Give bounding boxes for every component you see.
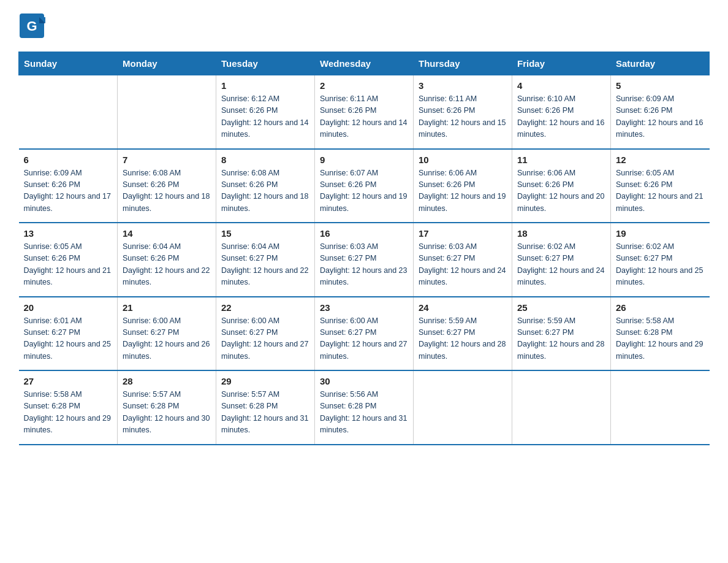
calendar-cell: 26Sunrise: 5:58 AMSunset: 6:28 PMDayligh…	[611, 297, 710, 371]
calendar-cell: 28Sunrise: 5:57 AMSunset: 6:28 PMDayligh…	[118, 370, 216, 445]
calendar-cell: 22Sunrise: 6:00 AMSunset: 6:27 PMDayligh…	[216, 297, 315, 371]
calendar-cell: 8Sunrise: 6:08 AMSunset: 6:26 PMDaylight…	[216, 149, 315, 223]
calendar-cell: 27Sunrise: 5:58 AMSunset: 6:28 PMDayligh…	[19, 370, 118, 445]
calendar-cell: 2Sunrise: 6:11 AMSunset: 6:26 PMDaylight…	[315, 75, 414, 149]
day-number: 21	[123, 302, 211, 313]
day-number: 29	[221, 376, 309, 386]
day-detail: Sunrise: 5:56 AMSunset: 6:28 PMDaylight:…	[320, 389, 408, 437]
col-monday: Monday	[118, 52, 216, 75]
calendar-cell: 14Sunrise: 6:04 AMSunset: 6:26 PMDayligh…	[118, 223, 216, 297]
calendar-cell: 7Sunrise: 6:08 AMSunset: 6:26 PMDaylight…	[118, 149, 216, 223]
calendar-cell	[19, 75, 118, 149]
day-number: 2	[320, 80, 408, 91]
day-number: 11	[517, 155, 605, 165]
calendar-week-row: 13Sunrise: 6:05 AMSunset: 6:26 PMDayligh…	[19, 223, 710, 297]
calendar-table: Sunday Monday Tuesday Wednesday Thursday…	[18, 52, 710, 445]
calendar-header-row: Sunday Monday Tuesday Wednesday Thursday…	[19, 52, 710, 75]
calendar-cell: 18Sunrise: 6:02 AMSunset: 6:27 PMDayligh…	[512, 223, 611, 297]
day-number: 1	[221, 80, 309, 91]
calendar-cell: 3Sunrise: 6:11 AMSunset: 6:26 PMDaylight…	[414, 75, 512, 149]
calendar-cell: 13Sunrise: 6:05 AMSunset: 6:26 PMDayligh…	[19, 223, 118, 297]
day-number: 16	[320, 228, 408, 239]
day-number: 28	[123, 376, 211, 386]
calendar-cell: 10Sunrise: 6:06 AMSunset: 6:26 PMDayligh…	[414, 149, 512, 223]
calendar-week-row: 1Sunrise: 6:12 AMSunset: 6:26 PMDaylight…	[19, 75, 710, 149]
day-detail: Sunrise: 6:08 AMSunset: 6:26 PMDaylight:…	[221, 167, 309, 215]
calendar-cell: 9Sunrise: 6:07 AMSunset: 6:26 PMDaylight…	[315, 149, 414, 223]
page-header: G	[18, 12, 710, 39]
col-sunday: Sunday	[19, 52, 118, 75]
day-detail: Sunrise: 6:04 AMSunset: 6:27 PMDaylight:…	[221, 241, 309, 289]
calendar-cell: 25Sunrise: 5:59 AMSunset: 6:27 PMDayligh…	[512, 297, 611, 371]
day-number: 12	[616, 155, 705, 165]
day-detail: Sunrise: 6:05 AMSunset: 6:26 PMDaylight:…	[616, 167, 705, 215]
col-tuesday: Tuesday	[216, 52, 315, 75]
day-number: 30	[320, 376, 408, 386]
col-thursday: Thursday	[414, 52, 512, 75]
calendar-cell	[118, 75, 216, 149]
calendar-cell: 20Sunrise: 6:01 AMSunset: 6:27 PMDayligh…	[19, 297, 118, 371]
day-detail: Sunrise: 5:57 AMSunset: 6:28 PMDaylight:…	[123, 389, 211, 437]
day-detail: Sunrise: 6:03 AMSunset: 6:27 PMDaylight:…	[419, 241, 507, 289]
calendar-cell: 12Sunrise: 6:05 AMSunset: 6:26 PMDayligh…	[611, 149, 710, 223]
day-number: 23	[320, 302, 408, 313]
day-number: 24	[419, 302, 507, 313]
logo-icon: G	[18, 12, 45, 39]
day-detail: Sunrise: 6:01 AMSunset: 6:27 PMDaylight:…	[24, 315, 113, 363]
day-number: 25	[517, 302, 605, 313]
day-number: 20	[24, 302, 113, 313]
day-detail: Sunrise: 6:03 AMSunset: 6:27 PMDaylight:…	[320, 241, 408, 289]
day-detail: Sunrise: 6:07 AMSunset: 6:26 PMDaylight:…	[320, 167, 408, 215]
day-detail: Sunrise: 6:12 AMSunset: 6:26 PMDaylight:…	[221, 93, 309, 141]
calendar-cell: 4Sunrise: 6:10 AMSunset: 6:26 PMDaylight…	[512, 75, 611, 149]
day-detail: Sunrise: 6:06 AMSunset: 6:26 PMDaylight:…	[517, 167, 605, 215]
day-number: 22	[221, 302, 309, 313]
calendar-cell	[611, 370, 710, 445]
col-saturday: Saturday	[611, 52, 710, 75]
calendar-week-row: 6Sunrise: 6:09 AMSunset: 6:26 PMDaylight…	[19, 149, 710, 223]
day-detail: Sunrise: 5:58 AMSunset: 6:28 PMDaylight:…	[24, 389, 113, 437]
svg-text:G: G	[26, 18, 37, 34]
calendar-cell: 5Sunrise: 6:09 AMSunset: 6:26 PMDaylight…	[611, 75, 710, 149]
day-detail: Sunrise: 5:59 AMSunset: 6:27 PMDaylight:…	[419, 315, 507, 363]
calendar-cell: 21Sunrise: 6:00 AMSunset: 6:27 PMDayligh…	[118, 297, 216, 371]
col-friday: Friday	[512, 52, 611, 75]
day-number: 3	[419, 80, 507, 91]
day-number: 6	[24, 155, 113, 165]
day-detail: Sunrise: 5:57 AMSunset: 6:28 PMDaylight:…	[221, 389, 309, 437]
calendar-cell	[414, 370, 512, 445]
day-detail: Sunrise: 6:00 AMSunset: 6:27 PMDaylight:…	[221, 315, 309, 363]
calendar-cell: 6Sunrise: 6:09 AMSunset: 6:26 PMDaylight…	[19, 149, 118, 223]
day-number: 17	[419, 228, 507, 239]
day-detail: Sunrise: 5:59 AMSunset: 6:27 PMDaylight:…	[517, 315, 605, 363]
calendar-cell: 11Sunrise: 6:06 AMSunset: 6:26 PMDayligh…	[512, 149, 611, 223]
day-detail: Sunrise: 6:11 AMSunset: 6:26 PMDaylight:…	[320, 93, 408, 141]
day-detail: Sunrise: 6:08 AMSunset: 6:26 PMDaylight:…	[123, 167, 211, 215]
calendar-cell	[512, 370, 611, 445]
calendar-cell: 1Sunrise: 6:12 AMSunset: 6:26 PMDaylight…	[216, 75, 315, 149]
day-detail: Sunrise: 6:09 AMSunset: 6:26 PMDaylight:…	[24, 167, 113, 215]
day-detail: Sunrise: 6:11 AMSunset: 6:26 PMDaylight:…	[419, 93, 507, 141]
day-detail: Sunrise: 6:10 AMSunset: 6:26 PMDaylight:…	[517, 93, 605, 141]
day-number: 18	[517, 228, 605, 239]
calendar-cell: 17Sunrise: 6:03 AMSunset: 6:27 PMDayligh…	[414, 223, 512, 297]
calendar-cell: 19Sunrise: 6:02 AMSunset: 6:27 PMDayligh…	[611, 223, 710, 297]
calendar-week-row: 20Sunrise: 6:01 AMSunset: 6:27 PMDayligh…	[19, 297, 710, 371]
logo: G	[18, 12, 49, 39]
day-number: 19	[616, 228, 705, 239]
day-number: 26	[616, 302, 705, 313]
day-detail: Sunrise: 6:02 AMSunset: 6:27 PMDaylight:…	[616, 241, 705, 289]
day-detail: Sunrise: 6:09 AMSunset: 6:26 PMDaylight:…	[616, 93, 705, 141]
day-number: 8	[221, 155, 309, 165]
calendar-cell: 16Sunrise: 6:03 AMSunset: 6:27 PMDayligh…	[315, 223, 414, 297]
calendar-cell: 24Sunrise: 5:59 AMSunset: 6:27 PMDayligh…	[414, 297, 512, 371]
day-number: 9	[320, 155, 408, 165]
day-number: 27	[24, 376, 113, 386]
day-number: 7	[123, 155, 211, 165]
day-detail: Sunrise: 6:05 AMSunset: 6:26 PMDaylight:…	[24, 241, 113, 289]
day-number: 14	[123, 228, 211, 239]
day-number: 15	[221, 228, 309, 239]
calendar-cell: 29Sunrise: 5:57 AMSunset: 6:28 PMDayligh…	[216, 370, 315, 445]
col-wednesday: Wednesday	[315, 52, 414, 75]
calendar-cell: 15Sunrise: 6:04 AMSunset: 6:27 PMDayligh…	[216, 223, 315, 297]
